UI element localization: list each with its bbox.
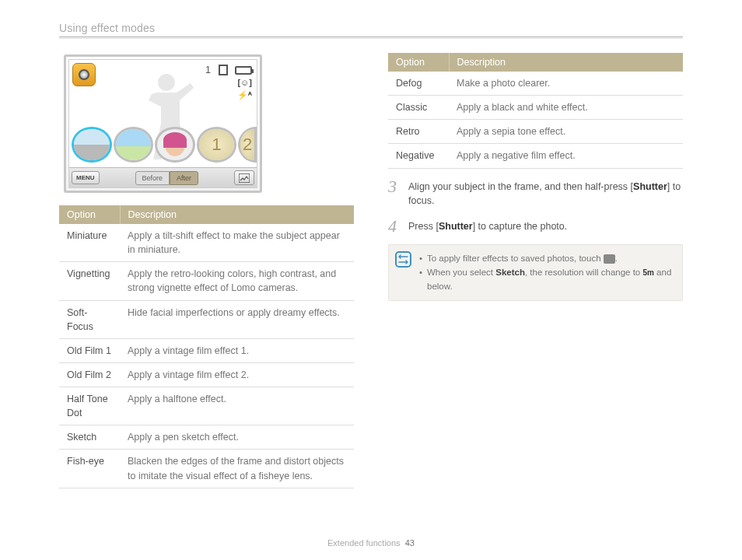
th-option: Option <box>59 205 120 224</box>
thumb-landscape[interactable] <box>114 127 154 163</box>
table-row: MiniatureApply a tilt-shift effect to ma… <box>59 224 354 262</box>
image-edit-icon <box>604 254 615 264</box>
page-number: 43 <box>405 538 415 548</box>
face-detect-icon: [☺] <box>237 77 252 88</box>
th-description: Description <box>120 205 354 224</box>
battery-icon <box>235 66 252 75</box>
page-footer: Extended functions 43 <box>0 538 742 548</box>
effect-thumbnails: 1 2 <box>69 127 257 163</box>
thumb-sepia-2[interactable]: 2 <box>238 127 257 163</box>
mode-camera-icon <box>72 63 96 86</box>
thumb-miniature[interactable] <box>72 127 112 163</box>
note-icon <box>395 251 411 268</box>
menu-button[interactable]: MENU <box>72 171 100 184</box>
effects-table-right: Option Description DefogMake a photo cle… <box>388 53 683 169</box>
note-box: To apply filter effects to saved photos,… <box>388 244 683 301</box>
resolution-5m-icon: 5m <box>642 267 653 278</box>
before-after-toggle[interactable]: BeforeAfter <box>135 171 199 185</box>
table-row: Old Film 2Apply a vintage film effect 2. <box>59 362 354 387</box>
sd-card-icon <box>219 65 228 75</box>
table-row: SketchApply a pen sketch effect. <box>59 425 354 450</box>
before-tab[interactable]: Before <box>135 171 170 185</box>
image-edit-icon <box>239 173 250 183</box>
after-tab[interactable]: After <box>170 171 198 185</box>
step-4: 4 Press [Shutter] to capture the photo. <box>388 216 683 236</box>
table-row: RetroApply a sepia tone effect. <box>388 120 683 144</box>
table-row: Soft-FocusHide facial imperfections or a… <box>59 300 354 338</box>
th-option: Option <box>388 53 449 72</box>
table-row: ClassicApply a black and white effect. <box>388 96 683 120</box>
shot-count: 1 <box>205 65 211 75</box>
table-row: Fish-eyeBlacken the edges of the frame a… <box>59 450 354 488</box>
thumb-portrait[interactable] <box>155 127 195 163</box>
table-row: VignettingApply the retro-looking colors… <box>59 262 354 300</box>
note-line-1: To apply filter effects to saved photos,… <box>419 252 676 265</box>
effects-table-left: Option Description MiniatureApply a tilt… <box>59 205 354 488</box>
th-description: Description <box>449 53 683 72</box>
table-row: Old Film 1Apply a vintage film effect 1. <box>59 338 354 362</box>
header-rule <box>59 37 683 37</box>
step-3: 3 Align your subject in the frame, and t… <box>388 177 683 209</box>
step-number: 3 <box>388 177 402 209</box>
thumb-sepia-1[interactable]: 1 <box>197 127 237 163</box>
camera-screen: 1 [☺] ⚡ᴬ 1 2 MENU BeforeAft <box>64 54 262 193</box>
page-header-title: Using effect modes <box>59 22 683 34</box>
status-cluster: 1 [☺] ⚡ᴬ <box>205 65 252 102</box>
table-row: NegativeApply a negative film effect. <box>388 144 683 168</box>
table-row: Half Tone DotApply a halftone effect. <box>59 387 354 425</box>
table-row: DefogMake a photo clearer. <box>388 72 683 96</box>
edit-saved-button[interactable] <box>234 170 254 185</box>
step-number: 4 <box>388 216 402 236</box>
note-line-2: When you select Sketch, the resolution w… <box>419 266 676 293</box>
flash-auto-icon: ⚡ᴬ <box>237 89 252 100</box>
footer-section: Extended functions <box>327 538 401 548</box>
